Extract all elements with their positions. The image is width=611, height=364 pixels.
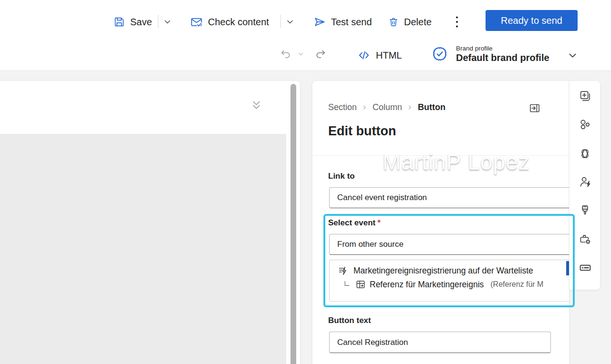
suggestion-attribute-text: Referenz für Marketingereignis xyxy=(370,280,484,290)
button-field-icon[interactable] xyxy=(579,261,592,274)
link-to-value: Cancel event registration xyxy=(337,193,427,202)
select-event-label-text: Select event xyxy=(328,218,375,227)
breadcrumb: Section Column Button xyxy=(328,102,445,112)
app-screen: Save Check content xyxy=(0,0,611,364)
toolbox-settings-icon[interactable] xyxy=(579,233,591,245)
more-commands-button[interactable] xyxy=(452,11,462,32)
brand-profile-text: Brand profile Default brand profile xyxy=(456,45,549,63)
check-content-button[interactable]: Check content xyxy=(190,11,269,32)
save-split-chevron[interactable] xyxy=(163,11,172,32)
undo-history-chevron[interactable] xyxy=(297,51,304,58)
theme-brush-icon[interactable] xyxy=(579,204,591,217)
breadcrumb-section[interactable]: Section xyxy=(328,102,357,112)
email-canvas-content[interactable] xyxy=(0,134,286,364)
button-text-input[interactable]: Cancel Registration xyxy=(329,332,551,353)
link-to-label: Link to xyxy=(328,172,355,181)
check-content-label: Check content xyxy=(208,17,269,28)
copilot-icon[interactable] xyxy=(579,147,591,160)
delete-label: Delete xyxy=(404,17,432,28)
html-toggle-button[interactable]: HTML xyxy=(358,49,402,61)
link-to-combobox[interactable]: Cancel event registration xyxy=(329,187,569,208)
canvas-scrollbar[interactable] xyxy=(290,84,296,364)
code-icon xyxy=(358,49,370,61)
breadcrumb-button: Button xyxy=(418,102,445,112)
trash-icon xyxy=(388,17,399,27)
save-label: Save xyxy=(130,17,152,28)
edit-button-panel: Section Column Button Edit button Martin… xyxy=(312,81,569,364)
event-suggestions-listbox: Marketingereignisregistrierung auf der W… xyxy=(329,260,569,302)
brand-profile-selector[interactable]: Brand profile Default brand profile xyxy=(432,45,549,63)
suggestion-trigger-text: Marketingereignisregistrierung auf der W… xyxy=(353,266,533,276)
save-button[interactable]: Save xyxy=(114,11,152,32)
page-title: Edit button xyxy=(328,124,396,139)
select-event-label: Select event* xyxy=(328,218,381,228)
select-event-combobox[interactable]: From other source xyxy=(329,234,569,255)
ready-to-send-button[interactable]: Ready to send xyxy=(486,10,578,31)
suggestion-attribute-hint: (Referenz für M xyxy=(490,280,543,289)
mail-check-icon xyxy=(190,16,203,28)
brand-badge-icon xyxy=(432,46,448,62)
html-label: HTML xyxy=(376,50,402,61)
undo-redo-group xyxy=(279,48,327,60)
double-chevron-down-icon[interactable] xyxy=(250,99,263,111)
chevron-right-icon xyxy=(407,104,413,111)
command-bar: Save Check content xyxy=(0,0,611,71)
button-text-value: Cancel Registration xyxy=(337,338,408,347)
button-text-label: Button text xyxy=(328,316,371,325)
suggestion-trigger-item[interactable]: Marketingereignisregistrierung auf der W… xyxy=(330,260,569,276)
undo-button[interactable] xyxy=(279,48,291,60)
chevron-right-icon xyxy=(362,104,368,111)
editor-icon-rail xyxy=(569,81,600,290)
email-canvas xyxy=(0,81,300,364)
suggestion-attribute-item[interactable]: Referenz für Marketingereignis (Referenz… xyxy=(330,276,569,290)
watermark: MartinP Lopez xyxy=(383,149,530,175)
building-blocks-icon[interactable] xyxy=(579,118,591,131)
trigger-icon xyxy=(338,265,349,276)
brand-profile-value: Default brand profile xyxy=(456,52,549,63)
personalization-icon[interactable] xyxy=(579,175,591,188)
save-icon xyxy=(114,16,125,28)
add-element-icon[interactable] xyxy=(579,90,591,102)
test-send-label: Test send xyxy=(331,17,372,28)
send-icon xyxy=(313,16,326,28)
redo-button[interactable] xyxy=(315,48,327,60)
check-content-split-chevron[interactable] xyxy=(285,11,295,32)
ellipsis-vertical-icon xyxy=(452,15,462,29)
divider xyxy=(312,155,569,156)
required-asterisk: * xyxy=(377,218,381,227)
tree-connector-icon xyxy=(342,280,352,289)
brand-profile-caption: Brand profile xyxy=(456,45,549,52)
brand-profile-chevron[interactable] xyxy=(567,46,579,65)
breadcrumb-column[interactable]: Column xyxy=(373,102,402,112)
select-event-value: From other source xyxy=(337,240,404,249)
collapse-panel-icon[interactable] xyxy=(528,102,541,114)
divider xyxy=(158,15,158,28)
divider xyxy=(280,15,281,28)
table-reference-icon xyxy=(355,279,366,290)
delete-button[interactable]: Delete xyxy=(388,11,432,32)
test-send-button[interactable]: Test send xyxy=(313,11,372,32)
